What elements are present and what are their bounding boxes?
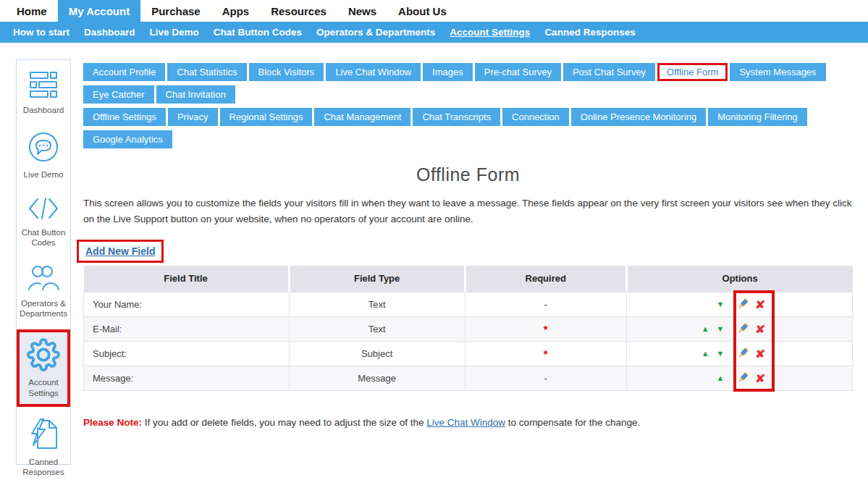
tab-images[interactable]: Images xyxy=(423,63,473,81)
top-nav-about-us[interactable]: About Us xyxy=(387,0,458,22)
tab-regional-settings[interactable]: Regional Settings xyxy=(220,108,313,126)
table-row: Your Name: Text - ▼ ✘ xyxy=(84,292,853,317)
tab-chat-transcripts[interactable]: Chat Transcripts xyxy=(413,108,500,126)
sidebar-item-label: Dashboard xyxy=(23,105,64,115)
sub-nav-how-to-start[interactable]: How to start xyxy=(6,27,77,38)
table-row: Subject: Subject * ▲▼ ✘ xyxy=(84,342,853,366)
top-nav-news[interactable]: News xyxy=(337,0,387,22)
options-cell: ▼ ✘ xyxy=(626,292,852,317)
tab-system-messages[interactable]: System Messages xyxy=(730,63,825,81)
tab-google-analytics[interactable]: Google Analytics xyxy=(83,130,172,148)
field-type-cell: Subject xyxy=(289,342,465,366)
sidebar: Dashboard Live Demo Chat Button Codes xyxy=(16,59,71,465)
sidebar-item-label: Live Demo xyxy=(24,169,64,180)
delete-x-icon[interactable]: ✘ xyxy=(755,348,765,359)
field-title-cell: Your Name: xyxy=(84,292,290,317)
sub-nav: How to start Dashboard Live Demo Chat Bu… xyxy=(0,22,868,43)
move-down-icon[interactable]: ▼ xyxy=(717,325,725,333)
field-title-cell: Subject: xyxy=(84,342,290,366)
sidebar-item-label: Chat Button Codes xyxy=(18,227,69,248)
top-nav-purchase[interactable]: Purchase xyxy=(140,0,211,22)
field-type-cell: Message xyxy=(289,366,465,391)
top-nav-apps[interactable]: Apps xyxy=(211,0,261,22)
tab-monitoring-filtering[interactable]: Monitoring Filtering xyxy=(708,108,807,126)
tab-connection[interactable]: Connection xyxy=(502,108,569,126)
please-note-text-after: to compensate for the change. xyxy=(505,417,640,428)
sidebar-item-label: Canned Responses xyxy=(18,457,69,478)
table-row: E-Mail: Text * ▲▼ ✘ xyxy=(84,317,853,342)
sidebar-item-canned-responses[interactable]: Canned Responses xyxy=(17,413,70,480)
move-up-icon[interactable]: ▲ xyxy=(701,325,709,333)
add-new-field-link[interactable]: Add New Field xyxy=(85,245,155,257)
edit-pencil-icon[interactable] xyxy=(737,347,749,361)
move-up-icon[interactable]: ▲ xyxy=(717,374,725,382)
sub-nav-canned-responses[interactable]: Canned Responses xyxy=(537,27,642,38)
required-cell: - xyxy=(465,292,626,317)
sidebar-item-chat-button-codes[interactable]: Chat Button Codes xyxy=(17,191,70,253)
settings-tabs-row-2: Offline Settings Privacy Regional Settin… xyxy=(83,108,853,153)
tab-block-visitors[interactable]: Block Visitors xyxy=(249,63,324,81)
tab-chat-management[interactable]: Chat Management xyxy=(314,108,410,126)
field-type-cell: Text xyxy=(289,292,465,317)
users-icon xyxy=(27,264,60,295)
header-options: Options xyxy=(626,266,852,292)
sub-nav-account-settings[interactable]: Account Settings xyxy=(442,27,537,38)
dashboard-icon xyxy=(28,70,59,102)
options-cell: ▲▼ ✘ xyxy=(626,342,852,366)
sub-nav-operators-departments[interactable]: Operators & Departments xyxy=(309,27,442,38)
table-header-row: Field Title Field Type Required Options xyxy=(84,266,853,292)
fields-table-wrap: Field Title Field Type Required Options … xyxy=(83,266,853,392)
sidebar-item-label: Account Settings xyxy=(21,377,66,398)
settings-tabs-row-1: Account Profile Chat Statistics Block Vi… xyxy=(83,63,853,108)
delete-x-icon[interactable]: ✘ xyxy=(755,373,765,384)
edit-pencil-icon[interactable] xyxy=(737,371,749,386)
header-field-title: Field Title xyxy=(84,266,290,292)
sub-nav-dashboard[interactable]: Dashboard xyxy=(77,27,143,38)
tab-live-chat-window[interactable]: Live Chat Window xyxy=(326,63,421,81)
header-field-type: Field Type xyxy=(289,266,465,292)
please-note: Please Note: If you add or delete fields… xyxy=(83,417,853,428)
top-nav-my-account[interactable]: My Account xyxy=(58,0,140,22)
edit-pencil-icon[interactable] xyxy=(737,298,749,312)
lightning-doc-icon xyxy=(28,418,59,454)
please-note-text-before: If you add or delete fields, you may nee… xyxy=(142,417,426,428)
options-cell: ▲ ✘ xyxy=(626,366,852,391)
required-cell: * xyxy=(465,342,626,366)
field-type-cell: Text xyxy=(289,317,465,342)
move-up-icon[interactable]: ▲ xyxy=(701,350,709,358)
top-nav-resources[interactable]: Resources xyxy=(260,0,337,22)
tab-offline-form[interactable]: Offline Form xyxy=(657,63,728,81)
live-chat-window-link[interactable]: Live Chat Window xyxy=(426,417,505,428)
tab-post-chat-survey[interactable]: Post Chat Survey xyxy=(563,63,655,81)
edit-pencil-icon[interactable] xyxy=(737,322,749,337)
move-down-icon[interactable]: ▼ xyxy=(717,300,725,308)
tab-offline-settings[interactable]: Offline Settings xyxy=(83,108,166,126)
sub-nav-live-demo[interactable]: Live Demo xyxy=(143,27,206,38)
page-title: Offline Form xyxy=(83,164,853,185)
add-new-field-highlight: Add New Field xyxy=(77,240,164,263)
header-required: Required xyxy=(465,266,626,292)
tab-privacy[interactable]: Privacy xyxy=(168,108,218,126)
fields-table: Field Title Field Type Required Options … xyxy=(83,266,853,392)
field-title-cell: Message: xyxy=(84,366,290,391)
tab-chat-statistics[interactable]: Chat Statistics xyxy=(167,63,246,81)
tab-pre-chat-survey[interactable]: Pre-chat Survey xyxy=(475,63,561,81)
top-nav-home[interactable]: Home xyxy=(6,0,58,22)
sidebar-item-account-settings[interactable]: Account Settings xyxy=(17,329,70,407)
delete-x-icon[interactable]: ✘ xyxy=(755,299,765,310)
sidebar-item-dashboard[interactable]: Dashboard xyxy=(17,66,70,119)
sidebar-item-operators-departments[interactable]: Operators & Departments xyxy=(17,259,70,324)
chat-bubble-icon xyxy=(27,130,60,167)
tab-online-presence-monitoring[interactable]: Online Presence Monitoring xyxy=(571,108,706,126)
sub-nav-chat-button-codes[interactable]: Chat Button Codes xyxy=(206,27,309,38)
tab-eye-catcher[interactable]: Eye Catcher xyxy=(83,85,154,104)
tab-account-profile[interactable]: Account Profile xyxy=(83,63,165,81)
delete-x-icon[interactable]: ✘ xyxy=(755,324,765,334)
field-title-cell: E-Mail: xyxy=(84,317,290,342)
gear-icon xyxy=(27,338,60,374)
tab-chat-invitation[interactable]: Chat Invitation xyxy=(156,85,235,104)
required-cell: * xyxy=(465,317,626,342)
top-nav: Home My Account Purchase Apps Resources … xyxy=(0,0,868,22)
sidebar-item-live-demo[interactable]: Live Demo xyxy=(17,126,70,184)
move-down-icon[interactable]: ▼ xyxy=(717,350,725,358)
